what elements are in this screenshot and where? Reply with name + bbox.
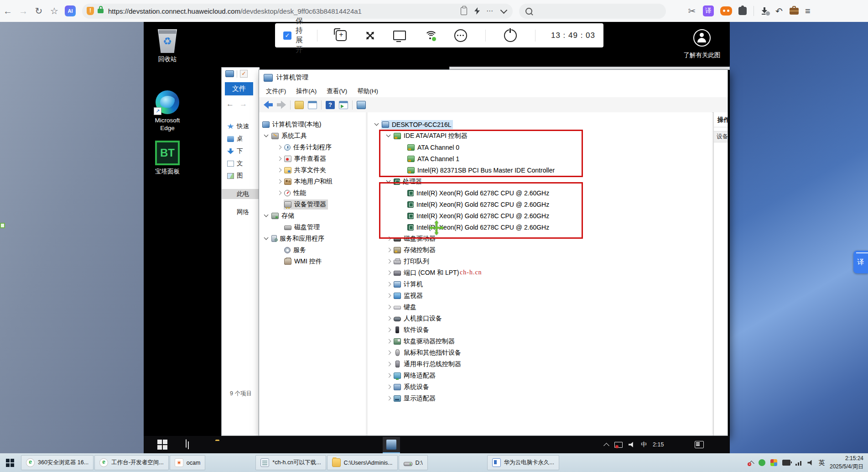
- ai-extension-icon[interactable]: AI: [65, 5, 76, 16]
- workspace-briefcase-icon[interactable]: [790, 8, 799, 15]
- notification-center-icon[interactable]: [695, 441, 704, 448]
- tree-item[interactable]: 任务计划程序: [259, 142, 366, 153]
- more-actions-icon[interactable]: [454, 29, 467, 42]
- device-tree-item[interactable]: 软件设备: [368, 324, 712, 336]
- device-tree-item[interactable]: 显示适配器: [368, 393, 712, 404]
- fullscreen-icon[interactable]: [365, 31, 375, 41]
- tree-chevron-icon[interactable]: [385, 372, 393, 380]
- back-icon[interactable]: ←: [0, 6, 16, 16]
- quick-action-icon[interactable]: [474, 7, 480, 15]
- tree-chevron-icon[interactable]: [385, 280, 393, 288]
- explorer-sidebar-item[interactable]: 此电: [222, 189, 260, 199]
- tree-item[interactable]: 计算机管理(本地): [259, 119, 366, 130]
- device-tree-item[interactable]: 系统设备: [368, 381, 712, 393]
- chevron-down-icon[interactable]: [500, 6, 508, 14]
- network-signal-icon[interactable]: [795, 460, 802, 466]
- explorer-sidebar-item[interactable]: 快速: [222, 121, 260, 131]
- tree-chevron-icon[interactable]: [275, 155, 284, 163]
- taskbar-app-button[interactable]: 360安全浏览器 16...: [21, 455, 94, 470]
- tree-chevron-icon[interactable]: [275, 143, 284, 152]
- tree-chevron-icon[interactable]: [385, 303, 393, 311]
- checkmark-icon[interactable]: ✓: [240, 70, 248, 78]
- device-tree-item[interactable]: 端口 (COM 和 LPT): [368, 267, 712, 278]
- new-window-icon[interactable]: [336, 30, 347, 41]
- tree-item[interactable]: 服务: [259, 244, 366, 256]
- menu-item[interactable]: 操作(A): [291, 87, 322, 95]
- explorer-sidebar-item[interactable]: 图: [222, 171, 260, 181]
- device-tree-item[interactable]: 网络适配器: [368, 370, 712, 381]
- explorer-sidebar-item[interactable]: 下: [222, 146, 260, 156]
- remote-volume-icon[interactable]: [629, 442, 635, 447]
- computer-icon[interactable]: [225, 70, 234, 77]
- translate-side-tab[interactable]: 译: [853, 251, 868, 273]
- translate-extension-icon[interactable]: 译: [703, 5, 714, 16]
- help-icon[interactable]: ?: [326, 101, 335, 109]
- display-icon[interactable]: [393, 31, 406, 40]
- tree-chevron-icon[interactable]: [385, 246, 393, 254]
- tree-chevron-icon[interactable]: [385, 315, 393, 323]
- tree-chevron-icon[interactable]: [385, 383, 393, 391]
- explorer-file-menu[interactable]: 文件: [225, 82, 253, 95]
- remote-ime-indicator[interactable]: 中: [641, 441, 647, 449]
- explorer-sidebar-item[interactable]: 网络: [222, 207, 260, 217]
- remote-computer-icon[interactable]: [357, 101, 366, 109]
- tree-chevron-icon[interactable]: [385, 349, 393, 357]
- tree-chevron-icon[interactable]: [373, 121, 381, 129]
- menu-item[interactable]: 查看(V): [322, 87, 352, 95]
- device-tree-item[interactable]: 通用串行总线控制器: [368, 358, 712, 370]
- forward-icon[interactable]: →: [16, 6, 31, 16]
- tree-item[interactable]: 共享文件夹: [259, 164, 366, 176]
- network-status-icon[interactable]: [424, 31, 436, 40]
- tree-chevron-icon[interactable]: [263, 235, 271, 243]
- tree-item[interactable]: WMI 控件: [259, 256, 366, 267]
- green-status-tray-icon[interactable]: [759, 459, 765, 466]
- tree-item[interactable]: 事件查看器: [259, 153, 366, 164]
- tree-item[interactable]: 服务和应用程序: [259, 233, 366, 244]
- tree-chevron-icon[interactable]: [385, 257, 393, 266]
- reload-icon[interactable]: ↻: [31, 5, 47, 16]
- tree-chevron-icon[interactable]: [263, 212, 271, 220]
- search-box[interactable]: [519, 4, 666, 19]
- tree-item[interactable]: 系统工具: [259, 130, 366, 142]
- more-options-icon[interactable]: ⋯: [486, 7, 493, 15]
- device-tree-item[interactable]: 鼠标和其他指针设备: [368, 347, 712, 358]
- warning-shield-icon[interactable]: !: [87, 7, 94, 15]
- clock-date[interactable]: 2:15:242025/5/4/周日: [830, 455, 863, 471]
- device-tree-item[interactable]: DESKTOP-6CC216L: [368, 119, 712, 130]
- tree-chevron-icon[interactable]: [385, 269, 393, 277]
- power-icon[interactable]: [504, 29, 517, 42]
- lock-icon[interactable]: [98, 9, 104, 13]
- device-tree-item[interactable]: 打印队列: [368, 256, 712, 267]
- explorer-sidebar-item[interactable]: 文: [222, 158, 260, 168]
- desktop-icon-bt-panel[interactable]: BT 宝塔面板: [142, 141, 192, 176]
- extensions-puzzle-icon[interactable]: [738, 7, 747, 15]
- device-tree-item[interactable]: 键盘: [368, 301, 712, 313]
- tree-chevron-icon[interactable]: [385, 360, 393, 368]
- tree-chevron-icon[interactable]: [385, 326, 393, 334]
- browser-menu-icon[interactable]: ≡: [805, 6, 811, 16]
- explorer-sidebar-item[interactable]: 桌: [222, 134, 260, 144]
- explorer-nav-arrows[interactable]: ←→: [226, 100, 247, 109]
- tree-chevron-icon[interactable]: [385, 394, 393, 403]
- nav-back-icon[interactable]: [264, 101, 273, 109]
- console-folder-icon[interactable]: [295, 101, 304, 109]
- show-hide-tree-icon[interactable]: [308, 101, 317, 109]
- taskbar-app-button[interactable]: *ch-h.cn可以下载...: [255, 455, 326, 470]
- tree-chevron-icon[interactable]: [385, 337, 393, 346]
- menu-item[interactable]: 帮助(H): [352, 87, 383, 95]
- desktop-icon-recycle-bin[interactable]: 回收站: [142, 29, 192, 63]
- history-undo-icon[interactable]: ↶: [775, 6, 783, 16]
- tree-chevron-icon[interactable]: [275, 166, 284, 174]
- scissors-capture-icon[interactable]: ✂: [684, 5, 700, 16]
- nav-forward-icon[interactable]: [277, 101, 286, 109]
- taskbar-app-button[interactable]: 华为云电脑卡永久...: [487, 455, 559, 470]
- device-tree-item[interactable]: 软盘驱动器控制器: [368, 336, 712, 347]
- keep-open-checkbox[interactable]: ✓: [283, 31, 291, 40]
- tree-chevron-icon[interactable]: [263, 132, 271, 140]
- host-start-button[interactable]: [0, 453, 20, 472]
- tree-chevron-icon[interactable]: [275, 178, 284, 186]
- device-tree-item[interactable]: 计算机: [368, 278, 712, 290]
- tree-item[interactable]: 本地用户和组: [259, 176, 366, 187]
- wallpaper-info-overlay[interactable]: 了解有关此图: [674, 26, 730, 68]
- battery-icon[interactable]: [782, 460, 790, 466]
